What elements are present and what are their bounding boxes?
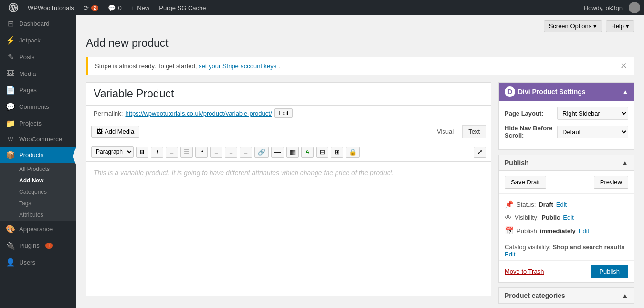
stripe-link[interactable]: set your Stripe account keys <box>199 63 276 70</box>
permalink-url[interactable]: https://wpwootutorials.co.uk/product/var… <box>125 110 272 117</box>
move-to-trash-link[interactable]: Move to Trash <box>505 268 544 275</box>
add-media-icon: 🖼 <box>96 128 103 135</box>
chevron-down-icon: ▾ <box>593 22 597 30</box>
italic-button[interactable]: I <box>151 147 163 158</box>
sidebar-item-comments[interactable]: 💬 Comments <box>0 98 76 115</box>
adminbar-wp-logo[interactable] <box>4 0 23 15</box>
product-categories-panel: Product categories ▲ <box>498 287 634 304</box>
plugins-icon: 🔌 <box>6 241 15 250</box>
preview-button[interactable]: Preview <box>594 176 628 189</box>
adminbar-new[interactable]: + New <box>127 0 155 15</box>
categories-collapse-icon: ▲ <box>622 292 628 299</box>
users-icon: 👤 <box>6 258 15 267</box>
permalink-edit-button[interactable]: Edit <box>274 108 293 118</box>
submenu-all-products[interactable]: All Products <box>0 163 76 175</box>
hide-nav-select[interactable]: Default <box>557 126 628 138</box>
divi-panel-header[interactable]: D Divi Product Settings ▲ <box>499 83 634 101</box>
sidebar-item-users[interactable]: 👤 Users <box>0 254 76 271</box>
more-button[interactable]: — <box>271 147 284 158</box>
products-submenu: All Products Add New Categories Tags Att… <box>0 163 76 221</box>
submenu-attributes[interactable]: Attributes <box>0 209 76 221</box>
adminbar-comments[interactable]: 💬 0 <box>103 0 126 15</box>
color-button[interactable]: A <box>301 147 314 158</box>
divider-button[interactable]: ⊟ <box>316 147 328 158</box>
posts-icon: ✎ <box>6 53 15 62</box>
notice-close-button[interactable]: ✕ <box>620 62 627 70</box>
lock-button[interactable]: 🔒 <box>346 147 360 158</box>
sidebar-item-pages[interactable]: 📄 Pages <box>0 82 76 98</box>
editor-add-media-row: 🖼 Add Media Visual Text <box>86 121 491 142</box>
sidebar-item-appearance[interactable]: 🎨 Appearance <box>0 221 76 237</box>
publish-actions-row: Save Draft Preview <box>499 171 634 194</box>
stripe-notice: Stripe is almost ready. To get started, … <box>86 57 634 75</box>
sidebar-item-jetpack[interactable]: ⚡ Jetpack <box>0 32 76 49</box>
tab-visual[interactable]: Visual <box>431 125 460 138</box>
publish-time-edit-link[interactable]: Edit <box>579 227 589 234</box>
calendar-icon: 📅 <box>505 226 514 235</box>
chevron-down-icon: ▾ <box>626 22 629 30</box>
screen-options-button[interactable]: Screen Options ▾ <box>544 20 602 32</box>
adminbar-updates[interactable]: ⟳ 2 <box>79 0 104 15</box>
page-title: Add new product <box>86 37 634 50</box>
adminbar-purge-cache[interactable]: Purge SG Cache <box>154 0 211 15</box>
adminbar-right: Howdy, ok3gn <box>580 2 640 13</box>
divi-panel-body: Page Layout: Right Sidebar Hide Nav Befo… <box>499 101 634 149</box>
bold-button[interactable]: B <box>136 147 148 158</box>
paragraph-select[interactable]: Paragraph <box>91 146 134 158</box>
adminbar-site-name[interactable]: WPWooTutorials <box>23 0 79 15</box>
tab-text[interactable]: Text <box>462 125 486 138</box>
avatar <box>629 2 640 13</box>
publish-button[interactable]: Publish <box>591 265 628 278</box>
sidebar-item-plugins[interactable]: 🔌 Plugins 1 <box>0 237 76 254</box>
align-left-button[interactable]: ≡ <box>210 147 222 158</box>
editor-body[interactable]: This is a variable product. It is going … <box>86 162 491 296</box>
submenu-categories[interactable]: Categories <box>0 186 76 198</box>
insert-button[interactable]: ⊞ <box>331 147 343 158</box>
status-edit-link[interactable]: Edit <box>556 201 567 208</box>
sidebar-item-posts[interactable]: ✎ Posts <box>0 49 76 65</box>
visibility-row: 👁 Visibility: Public Edit <box>505 211 628 224</box>
submenu-tags[interactable]: Tags <box>0 198 76 209</box>
product-categories-header[interactable]: Product categories ▲ <box>499 288 634 304</box>
divi-panel: D Divi Product Settings ▲ Page Layout: R… <box>498 82 634 150</box>
add-media-button[interactable]: 🖼 Add Media <box>91 126 139 138</box>
editor-sidebar: D Divi Product Settings ▲ Page Layout: R… <box>498 82 634 304</box>
publish-collapse-icon: ▲ <box>622 159 628 167</box>
status-row: 📌 Status: Draft Edit <box>505 198 628 211</box>
publish-panel-header[interactable]: Publish ▲ <box>499 155 634 171</box>
publish-panel: Publish ▲ Save Draft Preview 📌 Status: D… <box>498 155 634 283</box>
ordered-list-button[interactable]: ☰ <box>180 147 193 158</box>
screen-options-bar: Screen Options ▾ Help ▾ <box>86 20 634 32</box>
adminbar-howdy: Howdy, ok3gn <box>580 4 626 11</box>
expand-button[interactable]: ⤢ <box>474 147 486 158</box>
help-button[interactable]: Help ▾ <box>606 20 634 32</box>
sidebar-item-media[interactable]: 🖼 Media <box>0 65 76 82</box>
sidebar-item-products[interactable]: 📦 Products <box>0 147 76 163</box>
unordered-list-button[interactable]: ≡ <box>166 147 178 158</box>
catalog-edit-link[interactable]: Edit <box>505 251 515 258</box>
save-draft-button[interactable]: Save Draft <box>505 176 546 189</box>
media-icon: 🖼 <box>6 69 15 78</box>
notice-text: Stripe is almost ready. To get started, … <box>95 63 280 70</box>
publish-footer: Move to Trash Publish <box>499 260 634 282</box>
product-title-input[interactable] <box>86 83 491 106</box>
visibility-edit-link[interactable]: Edit <box>563 214 573 221</box>
submenu-add-new[interactable]: Add New <box>0 175 76 186</box>
blockquote-button[interactable]: ❝ <box>195 147 208 158</box>
divi-d-icon: D <box>505 86 515 97</box>
page-layout-select[interactable]: Right Sidebar <box>557 107 628 120</box>
sidebar-item-dashboard[interactable]: ⊞ Dashboard <box>0 15 76 32</box>
align-right-button[interactable]: ≡ <box>240 147 252 158</box>
pages-icon: 📄 <box>6 85 15 95</box>
editor-main: Permalink: https://wpwootutorials.co.uk/… <box>86 82 491 296</box>
comments-icon: 💬 <box>6 102 15 111</box>
editor-columns: Permalink: https://wpwootutorials.co.uk/… <box>86 82 634 304</box>
appearance-icon: 🎨 <box>6 224 15 234</box>
align-center-button[interactable]: ≡ <box>225 147 237 158</box>
jetpack-icon: ⚡ <box>6 36 15 45</box>
table-button[interactable]: ▦ <box>286 147 299 158</box>
link-button[interactable]: 🔗 <box>254 147 269 158</box>
sidebar-item-projects[interactable]: 📁 Projects <box>0 115 76 132</box>
editor-format-toolbar: Paragraph B I ≡ ☰ ❝ ≡ ≡ ≡ 🔗 — ▦ A ⊟ ⊞ <box>86 142 491 162</box>
sidebar-item-woocommerce[interactable]: W WooCommerce <box>0 132 76 147</box>
